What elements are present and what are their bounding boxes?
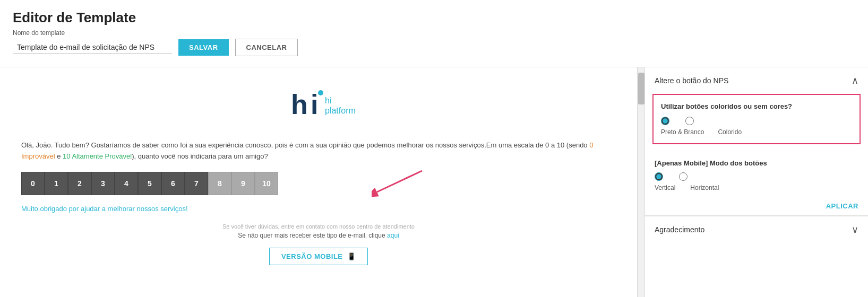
nps-btn-1[interactable]: 1 [45,172,68,195]
scrollbar-track[interactable] [638,67,645,297]
svg-point-2 [318,90,323,95]
svg-text:h: h [291,89,308,120]
apply-row: APLICAR [645,199,868,215]
page-title: Editor de Template [13,10,855,26]
mobile-version-button[interactable]: VERSÃO MOBILE 📱 [269,248,368,265]
chevron-up-icon: ∧ [852,75,858,86]
nps-btn-6[interactable]: 6 [161,172,185,195]
preview-area: h i hi platform Olá, João. Tudo bem? Gos… [0,67,638,297]
agradecimento-header[interactable]: Agradecimento ∨ [645,216,868,243]
nps-buttons-row: 0 1 2 3 4 5 6 7 8 9 10 [21,172,616,195]
nps-btn-9[interactable]: 9 [231,172,255,195]
page-header: Editor de Template Nome do template SALV… [0,0,868,67]
template-name-input[interactable] [13,41,172,54]
footer-unsubscribe: Se não quer mais receber este tipo de e-… [21,232,616,239]
svg-text:platform: platform [325,106,356,115]
unsubscribe-link[interactable]: aqui [387,232,399,239]
mobile-mode-title: [Apenas Mobile] Modo dos botões [655,159,858,167]
chevron-down-icon: ∨ [852,224,858,235]
color-radio-group [661,117,852,125]
mobile-option-labels: Vertical Horizontal [655,184,858,191]
main-layout: h i hi platform Olá, João. Tudo bem? Gos… [0,67,868,297]
agradecimento-section: Agradecimento ∨ [645,216,868,243]
template-label: Nome do template [13,29,855,37]
mobile-option-vertical-label: Vertical [655,184,675,191]
nps-btn-4[interactable]: 4 [115,172,138,195]
nps-btn-5[interactable]: 5 [138,172,161,195]
color-option-bw-label: Preto & Branco [661,128,704,136]
nps-btn-10[interactable]: 10 [255,172,278,195]
nps-btn-0[interactable]: 0 [21,172,45,195]
thankyou-text: Muito obrigado por ajudar a melhorar nos… [21,205,616,213]
cancel-button[interactable]: CANCELAR [235,39,298,56]
logo-area: h i hi platform [21,83,616,127]
agradecimento-title: Agradecimento [655,225,704,234]
svg-text:hi: hi [325,96,331,105]
nps-section-header[interactable]: Altere o botão do NPS ∧ [645,67,868,94]
scrollbar-thumb[interactable] [638,73,644,104]
color-option-bw-radio[interactable] [661,117,669,125]
header-row: SALVAR CANCELAR [13,39,855,56]
color-option-labels: Preto & Branco Colorido [661,128,852,136]
nps-section-title: Altere o botão do NPS [655,76,728,85]
probable-text: 10 Altamente Provável [63,152,132,160]
nps-btn-3[interactable]: 3 [91,172,115,195]
right-panel: Altere o botão do NPS ∧ Utilizar botões … [645,67,868,297]
footer-contact: Se você tiver dúvidas, entre em contato … [21,223,616,230]
save-button[interactable]: SALVAR [178,39,229,56]
mobile-btn-wrap: VERSÃO MOBILE 📱 [21,248,616,265]
email-body: Olá, João. Tudo bem? Gostaríamos de sabe… [21,140,616,162]
mobile-option-vertical-radio[interactable] [655,172,663,181]
nps-btn-7[interactable]: 7 [185,172,208,195]
mobile-option-horizontal-radio[interactable] [679,172,687,181]
apply-button[interactable]: APLICAR [826,202,858,210]
color-options-box: Utilizar botões coloridos ou sem cores? … [652,94,861,144]
mobile-radio-group [655,172,858,181]
mobile-icon: 📱 [347,252,356,260]
nps-btn-2[interactable]: 2 [68,172,91,195]
mobile-mode-section: [Apenas Mobile] Modo dos botões Vertical… [645,152,868,199]
hi-platform-logo: h i hi platform [281,83,356,126]
footer-links: Se você tiver dúvidas, entre em contato … [21,223,616,239]
color-options-title: Utilizar botões coloridos ou sem cores? [661,102,852,110]
nps-section: Altere o botão do NPS ∧ Utilizar botões … [645,67,868,216]
svg-text:i: i [311,89,318,120]
color-option-color-label: Colorido [718,128,742,136]
color-option-color-radio[interactable] [685,117,694,125]
nps-btn-8[interactable]: 8 [208,172,231,195]
mobile-option-horizontal-label: Horizontal [690,184,719,191]
